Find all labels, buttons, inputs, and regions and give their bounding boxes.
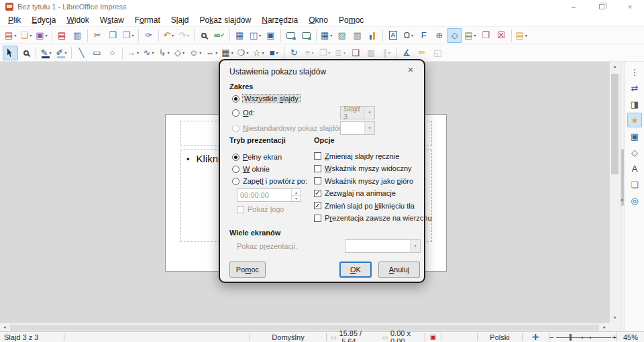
option-animations-allowed[interactable]: ✓Zezwalaj na animacje — [314, 189, 432, 198]
loop-radio[interactable]: Zapętl i powtórz po: — [232, 177, 307, 185]
block-arrows-button[interactable]: ⇔▾ — [203, 46, 219, 60]
dropdown-arrow-icon[interactable]: ▾ — [262, 50, 264, 55]
zoom-level-status[interactable]: 45% — [617, 332, 644, 342]
symbol-shapes-button[interactable]: ☺▾ — [187, 46, 203, 60]
option-presentation-always-on-top[interactable]: Prezentacja zawsze na wierzchu — [314, 214, 432, 223]
insert-media-button[interactable]: ▥ — [350, 28, 365, 43]
option-mouse-pointer-visible[interactable]: Wskaźnik myszy widoczny — [314, 164, 432, 173]
glue-points-button[interactable]: ✏ — [415, 46, 430, 60]
zoom-button[interactable] — [18, 46, 34, 60]
stars-button[interactable]: ☆▾ — [251, 46, 266, 60]
dropdown-arrow-icon[interactable]: ▾ — [215, 50, 217, 55]
insert-text-box-button[interactable]: A — [385, 28, 400, 43]
helplines-while-moving-button[interactable]: ▣ — [263, 28, 278, 43]
menu-plik[interactable]: Plik — [3, 14, 26, 26]
start-from-first-slide-button[interactable] — [283, 28, 299, 43]
position-size-status[interactable]: ▭ 15.85 / -5.64 ▭ 0.00 x 0.00 — [327, 332, 425, 342]
horizontal-scrollbar[interactable]: ◂ ▸ — [0, 323, 609, 331]
new-document-button[interactable]: ▤▾ — [3, 28, 18, 43]
shadow-button[interactable]: ❑ — [348, 46, 364, 60]
option-change-slides-manually[interactable]: Zmieniaj slajdy ręcznie — [314, 152, 432, 160]
flowchart-button[interactable]: ▦▾ — [219, 46, 235, 60]
fit-slide-button[interactable]: ✛ — [523, 332, 549, 342]
rotate-button[interactable]: ↻ — [286, 46, 302, 60]
open-folder-button[interactable]: ❏▾ — [18, 28, 34, 43]
dropdown-arrow-icon[interactable]: ▾ — [172, 33, 174, 38]
edit-points-button[interactable]: ∡ — [399, 46, 415, 60]
ellipse-button[interactable]: ○ — [105, 46, 120, 60]
slide-transition-panel-button[interactable]: ◨ — [627, 97, 642, 111]
dropdown-arrow-icon[interactable]: ▾ — [182, 50, 184, 55]
rectangle-button[interactable]: ▭ — [89, 46, 105, 60]
dropdown-arrow-icon[interactable]: ▾ — [411, 33, 413, 38]
insert-image-button[interactable]: ▨ — [334, 28, 350, 43]
dialog-title[interactable]: Ustawienia pokazu slajdów — [229, 67, 326, 76]
in-window-radio[interactable]: W oknie — [232, 165, 270, 173]
menu-pomoc[interactable]: Pomoc — [333, 14, 369, 26]
dropdown-arrow-icon[interactable]: ▾ — [152, 50, 154, 55]
master-slides-panel-button[interactable]: ▣ — [627, 129, 642, 144]
from-slide-radio[interactable]: Od: — [232, 109, 255, 117]
sidebar-menu-button[interactable]: ⋮ — [627, 64, 642, 79]
scroll-up-button[interactable]: ▴ — [610, 62, 620, 71]
snap-to-grid-button[interactable]: ◫▾ — [248, 28, 263, 43]
connector-button[interactable]: ↳▾ — [156, 46, 172, 60]
minimize-button[interactable]: – — [559, 0, 588, 13]
dropdown-arrow-icon[interactable]: ▾ — [246, 50, 248, 55]
dropdown-arrow-icon[interactable]: ▾ — [46, 33, 48, 38]
dropdown-arrow-icon[interactable]: ▾ — [14, 33, 16, 38]
vertical-scrollbar-thumb[interactable] — [611, 74, 619, 174]
select-button[interactable] — [3, 46, 18, 60]
dropdown-arrow-icon[interactable]: ▾ — [276, 50, 278, 55]
find-replace-button[interactable] — [197, 28, 212, 43]
vertical-scrollbar[interactable]: ▴ ▾ — [609, 62, 620, 323]
basic-shapes-button[interactable]: ◇▾ — [172, 46, 187, 60]
dropdown-arrow-icon[interactable]: ▾ — [474, 33, 476, 38]
export-pdf-button[interactable]: ▤ — [54, 28, 70, 43]
dropdown-arrow-icon[interactable]: ▾ — [64, 50, 66, 55]
undo-button[interactable]: ↶▾ — [161, 28, 176, 43]
clone-formatting-button[interactable]: ✑ — [141, 28, 156, 43]
scroll-left-button[interactable]: ◂ — [0, 323, 9, 332]
styles-panel-button[interactable]: A — [627, 161, 642, 176]
restore-button[interactable] — [588, 0, 616, 13]
scroll-right-button[interactable]: ▸ — [600, 323, 609, 332]
cancel-button[interactable]: Anuluj — [378, 262, 420, 278]
hyperlink-button[interactable]: ⊕ — [431, 28, 447, 43]
fontwork-button[interactable]: F — [416, 28, 431, 43]
line-color-button[interactable]: ✎▾ — [38, 46, 54, 60]
special-character-button[interactable]: Ω▾ — [400, 28, 416, 43]
all-slides-radio[interactable]: Wszystkie slajdy — [232, 95, 300, 103]
insert-chart-button[interactable] — [365, 28, 380, 43]
insert-line-button[interactable]: ╲ — [74, 46, 89, 60]
slide-properties-button[interactable]: ▤▾ — [514, 28, 529, 43]
dropdown-arrow-icon[interactable]: ▾ — [330, 33, 332, 38]
dropdown-arrow-icon[interactable]: ▾ — [231, 50, 233, 55]
menu-slajd[interactable]: Slajd — [166, 14, 195, 26]
menu-widok[interactable]: Widok — [61, 14, 94, 26]
insert-table-button[interactable]: ▦▾ — [319, 28, 334, 43]
display-grid-button[interactable]: ▦ — [232, 28, 248, 43]
fullscreen-radio[interactable]: Pełny ekran — [232, 153, 282, 161]
menu-okno[interactable]: Okno — [303, 14, 333, 26]
zoom-slider-thumb[interactable] — [570, 334, 572, 341]
scroll-down-button[interactable]: ▾ — [610, 313, 620, 323]
sidebar-collapse-icon[interactable]: ◂ — [621, 197, 623, 203]
option-change-slide-on-background-click[interactable]: ✓Zmień slajd po kliknięciu tła — [314, 201, 432, 210]
spelling-button[interactable]: ab✓ — [212, 28, 227, 43]
copy-button[interactable]: ❐ — [105, 28, 121, 43]
delete-slide-button[interactable]: ☒ — [494, 28, 509, 43]
duplicate-slide-button[interactable]: ❐ — [478, 28, 494, 43]
menu-wstaw[interactable]: Wstaw — [95, 14, 129, 26]
gallery-panel-button[interactable]: ❏ — [627, 177, 642, 192]
cut-button[interactable]: ✂ — [90, 28, 105, 43]
horizontal-scrollbar-thumb[interactable] — [10, 325, 599, 331]
dropdown-arrow-icon[interactable]: ▾ — [137, 50, 139, 55]
language-status[interactable]: Polski — [478, 332, 522, 342]
close-button[interactable]: × — [616, 0, 644, 13]
sidebar-grip[interactable]: ◂ — [620, 62, 625, 331]
menu-edycja[interactable]: Edycja — [26, 14, 61, 26]
unsaved-changes-status[interactable]: ▣ — [425, 332, 441, 342]
dropdown-arrow-icon[interactable]: ▾ — [525, 33, 527, 38]
dropdown-arrow-icon[interactable]: ▾ — [199, 50, 201, 55]
